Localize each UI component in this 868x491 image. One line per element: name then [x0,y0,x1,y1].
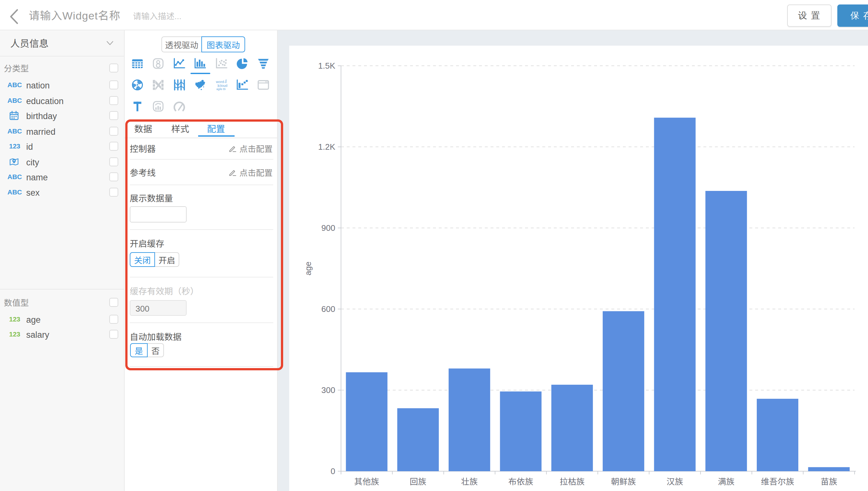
chart-type-scorecard-icon[interactable] [151,56,166,71]
field-row-birthday[interactable]: birthday [0,109,124,122]
field-row-salary[interactable]: 123salary [0,328,124,341]
sidebar-divider [0,289,124,290]
bar-chart: 03006009001.2K1.5K其他族回族壮族布依族拉枯族朝鲜族汉族满族维吾… [289,46,868,491]
field-row-age[interactable]: 123age [0,313,124,326]
field-group-header: 数值型 [0,296,124,309]
map-pin-icon [9,157,19,167]
field-checkbox-name[interactable] [109,172,118,181]
widget-editor-app: 请输入Widget名称 请输入描述... 设 置 保 存 人员信息 分类型ABC… [0,0,868,491]
field-name: education [26,94,63,107]
field-type-badge: ABC [7,125,22,138]
auto-load-no-option[interactable]: 否 [147,343,164,357]
mode-pivot-option[interactable]: 透视驱动 [161,36,201,52]
field-row-city[interactable]: city [0,155,124,168]
active-tab-indicator [198,135,235,137]
row-divider [130,184,273,185]
view-name: 人员信息 [10,30,49,56]
field-type-badge: ABC [7,94,22,107]
field-checkbox-birthday[interactable] [109,111,118,120]
field-name: birthday [26,109,57,122]
svg-text:朝鲜族: 朝鲜族 [611,475,636,487]
field-checkbox-nation[interactable] [109,81,118,89]
chart-type-parallel-icon[interactable] [172,78,187,92]
chart-type-funnel-icon[interactable] [256,56,271,71]
field-checkbox-salary[interactable] [109,330,118,339]
chart-type-text-icon[interactable] [130,99,145,114]
selected-chart-underline [190,73,210,74]
group-select-checkbox[interactable] [109,63,118,73]
chart-type-bar-icon[interactable] [193,56,208,71]
cache-toggle: 关闭 开启 [130,252,179,267]
field-type-badge: 123 [7,313,22,326]
svg-text:tag: tag [225,80,227,83]
cache-label: 开启缓存 [130,237,164,250]
tab-data[interactable]: 数据 [124,121,162,137]
controller-configure-link[interactable]: 点击配置 [228,142,273,155]
chart-type-sankey-icon[interactable] [151,78,166,92]
field-name: salary [26,328,49,341]
auto-load-yes-option[interactable]: 是 [130,343,148,357]
field-checkbox-city[interactable] [109,157,118,166]
field-checkbox-sex[interactable] [109,188,118,197]
chart-type-wordcloud-icon[interactable]: wordtagabccloudagile Bi [214,78,229,92]
display-limit-input[interactable] [130,206,187,223]
field-name: city [26,155,39,168]
tab-config[interactable]: 配置 [197,121,235,137]
group-select-checkbox[interactable] [109,298,118,307]
save-button[interactable]: 保 存 [837,4,868,27]
field-checkbox-education[interactable] [109,96,118,105]
widget-name-input[interactable]: 请输入Widget名称 [29,0,131,30]
row-divider [130,322,273,323]
field-row-sex[interactable]: ABCsex [0,186,124,199]
chart-type-line-icon[interactable] [172,56,187,71]
field-row-id[interactable]: 123id [0,140,124,153]
row-divider [130,366,273,367]
svg-text:维吾尔族: 维吾尔族 [761,475,794,487]
svg-text:布依族: 布依族 [508,475,533,487]
chart-type-double-y-axis-icon[interactable] [151,99,166,114]
controller-label: 控制器 [130,142,156,155]
chart-type-scatter-icon[interactable] [214,56,229,71]
chart-type-radar-icon[interactable] [130,78,145,92]
field-type-badge: ABC [7,171,22,183]
svg-text:其他族: 其他族 [354,475,379,487]
field-checkbox-married[interactable] [109,127,118,136]
field-checkbox-id[interactable] [109,142,118,151]
field-row-education[interactable]: ABCeducation [0,94,124,107]
field-row-name[interactable]: ABCname [0,171,124,183]
chart-type-pie-icon[interactable] [235,56,250,71]
chart-type-map-icon[interactable] [193,78,208,92]
svg-text:1.5K: 1.5K [318,59,335,71]
chevron-left-icon [8,8,20,25]
settings-button[interactable]: 设 置 [787,4,832,27]
field-name: married [26,125,56,138]
cache-expiry-input[interactable] [130,300,187,316]
cache-off-option[interactable]: 关闭 [130,252,155,267]
topbar-actions: 设 置 保 存 [787,4,868,27]
view-selector[interactable]: 人员信息 [0,30,124,56]
chart-type-gauge-icon[interactable] [172,99,187,114]
svg-text:word: word [216,80,224,84]
cache-on-option[interactable]: 开启 [154,252,179,267]
field-row-married[interactable]: ABCmarried [0,125,124,138]
svg-text:0: 0 [331,464,335,476]
chart-type-table-icon[interactable] [130,56,145,71]
chart-config-panel: 透视驱动 图表驱动 wordtagabccloudagile Bi 数据 样式 … [125,30,278,491]
back-button[interactable] [5,8,23,26]
row-divider [130,277,273,278]
auto-load-toggle: 是 否 [130,343,164,357]
svg-text:苗族: 苗族 [821,475,837,487]
reference-line-configure-link[interactable]: 点击配置 [228,166,273,179]
field-checkbox-age[interactable] [109,315,118,324]
sidebar-divider [0,56,124,57]
widget-description-input[interactable]: 请输入描述... [133,1,267,31]
controller-configure-text: 点击配置 [239,142,273,155]
tab-style[interactable]: 样式 [161,121,199,137]
mode-chart-option[interactable]: 图表驱动 [201,36,245,52]
field-row-nation[interactable]: ABCnation [0,79,124,91]
pencil-icon [228,144,237,153]
chart-type-waterfall-icon[interactable] [235,78,250,92]
svg-text:汉族: 汉族 [667,475,683,487]
row-divider [130,159,273,160]
chart-type-iframe-icon[interactable] [256,78,271,92]
